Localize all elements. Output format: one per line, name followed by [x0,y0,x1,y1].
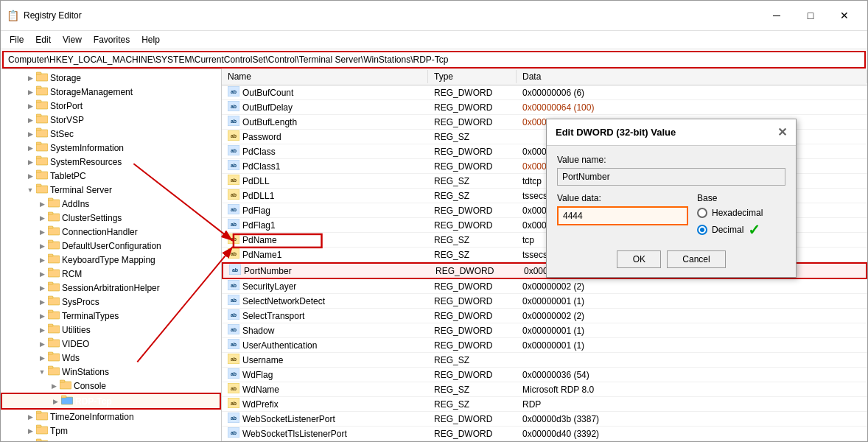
tree-item-label: TabletPC [50,171,86,181]
tree-item-label: StorageManagement [50,87,133,97]
tree-item[interactable]: ▶SystemInformation [1,141,221,155]
tree-item[interactable]: ▶ConnectionHandler [1,225,221,239]
registry-name-label: PdName1 [242,250,281,260]
table-row[interactable]: abShadowREG_DWORD0x00000001 (1) [222,323,867,338]
table-row[interactable]: abSelectNetworkDetectREG_DWORD0x00000001… [222,294,867,309]
folder-icon [48,295,60,308]
tree-panel[interactable]: ▶Storage▶StorageManagement▶StorPort▶Stor… [1,69,222,441]
table-row[interactable]: abWebSocketListenerPortREG_DWORD0x00000d… [222,412,867,427]
folder-icon [36,85,48,98]
tree-item[interactable]: ▼Terminal Server [1,183,221,197]
tree-item[interactable]: ▶Ubpm [1,438,221,441]
maximize-button[interactable]: □ [794,5,827,26]
svg-rect-32 [48,298,60,305]
menu-file[interactable]: File [4,32,29,47]
folder-icon [48,323,60,336]
svg-rect-26 [48,256,60,263]
minimize-button[interactable]: ─ [760,5,794,26]
svg-text:ab: ab [231,104,237,109]
expand-icon: ▶ [24,441,36,442]
folder-icon [36,141,48,154]
ok-button[interactable]: OK [617,250,661,268]
table-row[interactable]: abUsernameREG_SZ [222,353,867,368]
dialog-title-bar: Edit DWORD (32-bit) Value ✕ [547,119,796,146]
tree-item[interactable]: ▶RCM [1,267,221,281]
svg-rect-11 [36,142,41,144]
registry-name: abOutBufCount [222,85,428,99]
registry-type: REG_SZ [428,189,517,203]
registry-name: abPassword [222,130,428,144]
tree-item[interactable]: ▶Utilities [1,323,221,337]
tree-item[interactable]: ▶TimeZoneInformation [1,410,221,424]
expand-icon: ▶ [24,172,36,180]
folder-icon [36,127,48,140]
edit-dword-dialog[interactable]: Edit DWORD (32-bit) Value ✕ Value name: … [546,119,797,278]
tree-item[interactable]: ▶RDP-Tcp [1,393,221,410]
tree-item[interactable]: ▶Wds [1,351,221,365]
dialog-close-button[interactable]: ✕ [777,125,787,139]
registry-name-label: PortNumber [244,266,292,276]
table-row[interactable]: abWdFlagREG_DWORD0x00000036 (54) [222,368,867,382]
close-button[interactable]: ✕ [827,5,861,26]
registry-name-label: WdPrefix [242,399,279,410]
svg-rect-35 [48,310,53,312]
registry-data [517,353,867,367]
svg-rect-27 [48,254,53,256]
registry-type: REG_SZ [428,397,517,411]
dialog-title-text: Edit DWORD (32-bit) Value [556,127,676,138]
tree-item[interactable]: ▶Tpm [1,424,221,438]
folder-icon [48,309,60,322]
table-row[interactable]: abWdNameREG_SZMicrosoft RDP 8.0 [222,382,867,397]
value-name-input[interactable] [557,168,785,186]
tree-item[interactable]: ▶StorageManagement [1,85,221,99]
tree-item[interactable]: ▶AddIns [1,197,221,211]
tree-item-label: TerminalTypes [62,311,119,321]
tree-item[interactable]: ▶DefaultUserConfiguration [1,239,221,253]
title-bar: 📋 Registry Editor ─ □ ✕ [1,1,867,31]
registry-data: 0x00000002 (2) [517,309,867,323]
table-row[interactable]: abWebSocketTlsListenerPortREG_DWORD0x000… [222,427,867,441]
tree-item[interactable]: ▶TabletPC [1,169,221,183]
menu-edit[interactable]: Edit [29,32,57,47]
tree-item[interactable]: ▶Storage [1,71,221,85]
menu-favorites[interactable]: Favorites [88,32,136,47]
tree-item[interactable]: ▶SysProcs [1,295,221,309]
expand-icon: ▶ [24,102,36,110]
table-row[interactable]: abSecurityLayerREG_DWORD0x00000002 (2) [222,279,867,294]
table-row[interactable]: abSelectTransportREG_DWORD0x00000002 (2) [222,309,867,323]
tree-item[interactable]: ▶StorVSP [1,113,221,127]
registry-name-label: PdDLL1 [242,191,274,201]
menu-help[interactable]: Help [136,32,166,47]
dec-radio[interactable]: Decimal ✓ [697,221,785,239]
tree-item[interactable]: ▶SessionArbitrationHelper [1,281,221,295]
registry-type: REG_DWORD [428,279,517,293]
folder-icon [48,351,60,364]
cancel-button[interactable]: Cancel [667,250,725,268]
table-row[interactable]: abUserAuthenticationREG_DWORD0x00000001 … [222,338,867,353]
svg-rect-21 [48,212,53,214]
address-path[interactable]: Computer\HKEY_LOCAL_MACHINE\SYSTEM\Curre… [8,55,449,65]
expand-icon: ▶ [36,214,48,222]
registry-data: 0x00000001 (1) [517,294,867,308]
tree-item[interactable]: ▶StorPort [1,99,221,113]
table-row[interactable]: abWdPrefixREG_SZRDP [222,397,867,412]
registry-data: 0x00000d40 (3392) [517,427,867,441]
registry-data: 0x00000002 (2) [517,279,867,293]
menu-view[interactable]: View [57,32,88,47]
registry-name-label: WdFlag [242,370,273,380]
table-row[interactable]: abOutBufDelayREG_DWORD0x00000064 (100) [222,100,867,115]
tree-item[interactable]: ▼WinStations [1,365,221,379]
tree-item[interactable]: ▶ClusterSettings [1,211,221,225]
tree-item[interactable]: ▶KeyboardType Mapping [1,253,221,267]
registry-type: REG_DWORD [428,323,517,337]
hex-radio[interactable]: Hexadecimal [697,208,785,218]
table-row[interactable]: abOutBufCountREG_DWORD0x00000006 (6) [222,85,867,100]
tree-item[interactable]: ▶TerminalTypes [1,309,221,323]
tree-item[interactable]: ▶SystemResources [1,155,221,169]
tree-item[interactable]: ▶VIDEO [1,337,221,351]
registry-name: abUsername [222,353,428,367]
folder-icon [48,239,60,252]
value-data-input[interactable] [557,206,688,225]
tree-item[interactable]: ▶Console [1,379,221,393]
tree-item[interactable]: ▶StSec [1,127,221,141]
